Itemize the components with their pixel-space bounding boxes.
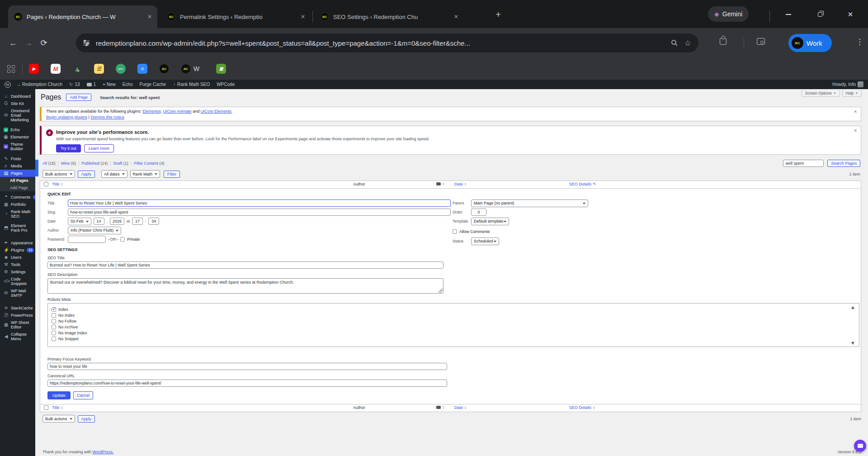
apply-button[interactable]: Apply <box>78 171 95 178</box>
sidebar-item-all-pages[interactable]: All Pages <box>0 177 35 184</box>
private-checkbox[interactable] <box>120 237 125 242</box>
sidebar-item-media[interactable]: ♬ Media <box>0 162 35 170</box>
day-input[interactable] <box>94 218 104 225</box>
gemini-button[interactable]: ◆ Gemini <box>708 6 749 22</box>
select-all-checkbox[interactable] <box>44 182 48 186</box>
order-input[interactable] <box>471 209 486 216</box>
robots-checkbox[interactable] <box>52 319 56 323</box>
sidebar-item-theme-builder[interactable]: ui Theme Builder <box>0 141 35 152</box>
seo-details-header[interactable]: SEO Details <box>569 182 591 186</box>
admin-bar-echo[interactable]: Echo <box>123 82 133 87</box>
begin-updating-plugins-link[interactable]: Begin updating plugins <box>46 115 87 119</box>
status-select[interactable]: Scheduled <box>471 238 499 245</box>
sidebar-item-portfolio[interactable]: ▦ Portfolio <box>0 201 35 208</box>
robots-option[interactable]: No Image Index <box>52 330 855 336</box>
robots-checkbox[interactable] <box>52 337 56 341</box>
minute-input[interactable] <box>148 218 159 225</box>
sidebar-item-add-page[interactable]: Add Page <box>0 184 35 191</box>
dismiss-icon[interactable]: ✕ <box>854 109 857 114</box>
learn-more-button[interactable]: Learn more <box>84 144 114 152</box>
admin-bar-wpcode[interactable]: WPCode <box>217 82 235 87</box>
sidebar-item-wp-mail-smtp[interactable]: ✉ WP Mail SMTP <box>0 287 35 299</box>
robots-checkbox[interactable] <box>52 307 56 312</box>
admin-bar-rank-math[interactable]: ◔Rank Math SEO <box>173 82 210 87</box>
admin-bar-wp-logo[interactable]: W <box>5 81 11 88</box>
filter-link[interactable]: All (15) <box>42 161 56 166</box>
canonical-url-input[interactable] <box>47 380 447 387</box>
seo-description-textarea[interactable]: Burned out or overwhelmed? Discover a bi… <box>47 278 443 294</box>
tab-permalink-settings[interactable]: RC Permalink Settings ‹ Redemptio ✕ <box>161 5 311 28</box>
bulk-actions-select-bottom[interactable]: Bulk actions <box>42 415 75 423</box>
robots-option[interactable]: No Follow <box>52 318 855 324</box>
reload-icon[interactable]: ⟳ <box>36 38 52 48</box>
filter-link[interactable]: Published (14) <box>76 161 108 166</box>
sidebar-item-element-pack-pro[interactable]: ⬒ Element Pack Pro <box>0 222 35 234</box>
robots-checkbox[interactable] <box>52 331 56 335</box>
search-input[interactable] <box>783 160 824 167</box>
sidebar-item-settings[interactable]: ⚙ Settings <box>0 268 35 276</box>
plugin-link-uicore-elements[interactable]: UiCore Elements <box>201 109 231 114</box>
bookmark-rc-1[interactable]: RC <box>159 64 169 74</box>
side-panel-search-icon[interactable] <box>757 38 765 45</box>
plugin-link-elementor[interactable]: Elementor <box>142 109 161 114</box>
bookmark-green[interactable]: ≣ <box>216 64 226 74</box>
screen-options-button[interactable]: Screen Options▼ <box>802 90 840 97</box>
search-pages-button[interactable]: Search Pages <box>827 160 860 167</box>
sidebar-item-plugins[interactable]: ⚡ Plugins 13 <box>0 247 35 254</box>
allow-comments-checkbox[interactable] <box>453 229 457 234</box>
sidebar-item-rank-math-seo[interactable]: ◔ Rank Math SEO <box>0 208 35 220</box>
admin-bar-purge-cache[interactable]: Purge Cache <box>139 82 165 87</box>
robots-checkbox[interactable] <box>52 325 56 329</box>
zoom-icon[interactable] <box>671 39 678 47</box>
month-select[interactable]: 02-Feb <box>68 218 91 225</box>
tab-close-icon[interactable]: ✕ <box>147 14 152 20</box>
update-button[interactable]: Update <box>47 391 71 399</box>
tab-pages[interactable]: RC Pages ‹ Redemption Church — W ✕ <box>8 5 157 28</box>
tab-close-icon[interactable]: ✕ <box>454 14 458 20</box>
chat-widget-button[interactable] <box>854 440 866 452</box>
plugin-link-uicore-animate[interactable]: UiCore Animate <box>163 109 192 114</box>
apps-grid-icon[interactable] <box>7 65 15 73</box>
sidebar-item-code-snippets[interactable]: </> Code Snippets <box>0 276 35 287</box>
close-window-button[interactable]: ✕ <box>844 8 857 21</box>
scroll-down-icon[interactable]: ▼ <box>850 340 855 346</box>
sidebar-item-site-kit[interactable]: G Site Kit <box>0 100 35 107</box>
sidebar-item-pages[interactable]: ▤ Pages <box>0 170 35 177</box>
filter-button[interactable]: Filter <box>164 171 180 178</box>
bookmark-gmail[interactable]: M <box>51 64 61 74</box>
scroll-up-icon[interactable]: ▲ <box>850 304 855 310</box>
dates-filter-select[interactable]: All dates <box>101 170 127 178</box>
try-it-out-button[interactable]: Try it out <box>56 144 81 152</box>
admin-bar-new[interactable]: + New <box>103 82 116 87</box>
bookmark-gloo[interactable]: gloo <box>116 64 126 74</box>
sidebar-item-users[interactable]: ☻ Users <box>0 254 35 261</box>
robots-option[interactable]: Index <box>52 306 855 312</box>
bookmark-youtube[interactable]: ▶ <box>29 64 39 74</box>
bookmark-docs[interactable]: ≡ <box>137 64 147 74</box>
parent-select[interactable]: Main Page (no parent) <box>471 200 588 207</box>
hour-input[interactable] <box>132 218 143 225</box>
bookmark-notes[interactable]: ☰ <box>94 64 104 74</box>
robots-checkbox[interactable] <box>52 313 56 318</box>
sidebar-item-comments[interactable]: ❝ Comments 1 <box>0 194 35 201</box>
tab-close-icon[interactable]: ✕ <box>301 14 305 20</box>
sort-date-footer[interactable]: Date <box>454 405 463 410</box>
bookmark-drive[interactable]: ▲ <box>72 64 82 74</box>
tab-seo-settings[interactable]: RC SEO Settings ‹ Redemption Chu ✕ <box>315 5 464 28</box>
new-tab-icon[interactable]: + <box>495 10 501 19</box>
help-button[interactable]: Help▼ <box>842 90 862 97</box>
kebab-menu-icon[interactable]: ⋮ <box>856 37 863 47</box>
sort-title-header[interactable]: Title <box>52 182 60 186</box>
sidebar-item-posts[interactable]: ✎ Posts <box>0 155 35 162</box>
sidebar-item-elementor[interactable]: e Elementor <box>0 133 35 141</box>
dismiss-icon[interactable]: ✕ <box>854 128 857 133</box>
bookmark-star-icon[interactable]: ☆ <box>684 38 691 48</box>
quickedit-title-input[interactable] <box>68 200 451 207</box>
admin-bar-comments[interactable]: 1 <box>87 82 96 87</box>
sidebar-item-stackcache[interactable]: ≋ StackCache <box>0 304 35 312</box>
minimize-button[interactable] <box>782 8 795 21</box>
admin-bar-account[interactable]: Howdy, Info <box>832 81 863 87</box>
url-text[interactable]: redemptionplano.com/wp-admin/edit.php?s=… <box>96 39 665 47</box>
dismiss-notice-link[interactable]: Dismiss this notice <box>90 115 124 119</box>
seo-details-footer[interactable]: SEO Details <box>569 405 591 410</box>
